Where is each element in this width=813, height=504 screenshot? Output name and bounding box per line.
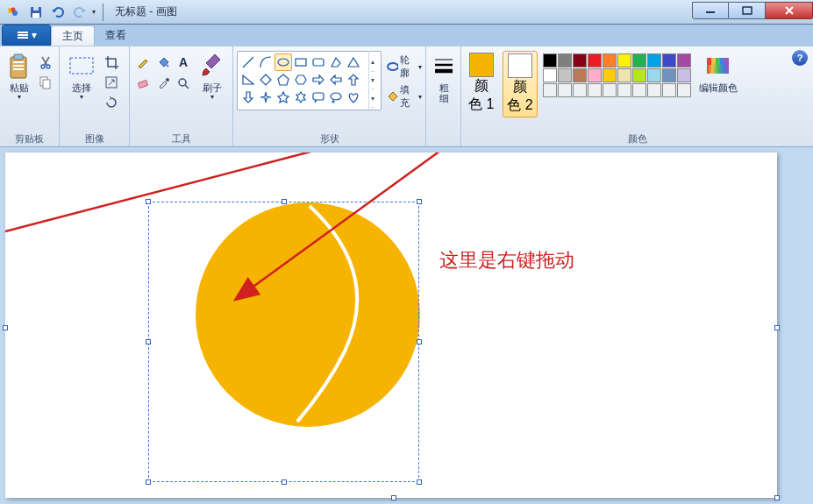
color-swatch[interactable] xyxy=(632,83,646,97)
scroll-down-icon[interactable]: ▾ xyxy=(371,72,374,90)
color2-button[interactable]: 颜 色 2 xyxy=(503,51,537,117)
shape-rect[interactable] xyxy=(292,53,310,71)
color-swatch[interactable] xyxy=(558,83,572,97)
shape-diamond[interactable] xyxy=(257,71,275,89)
cut-icon[interactable] xyxy=(36,53,55,72)
magnifier-icon[interactable] xyxy=(174,74,193,93)
canvas[interactable]: G system.c 这里是右键拖动 xyxy=(5,153,777,498)
scroll-up-icon[interactable]: ▴ xyxy=(371,53,374,72)
color-swatch[interactable] xyxy=(677,53,691,67)
sel-handle[interactable] xyxy=(146,199,151,204)
sel-handle[interactable] xyxy=(282,479,287,485)
pencil-icon[interactable] xyxy=(133,53,153,72)
canvas-handle-e[interactable] xyxy=(774,325,780,330)
edit-colors-button[interactable]: 编辑颜色 xyxy=(696,51,740,95)
color-swatch[interactable] xyxy=(662,83,676,97)
selection-rectangle[interactable] xyxy=(148,202,419,482)
color-swatch[interactable] xyxy=(543,53,557,67)
shape-arrow-l[interactable] xyxy=(327,71,345,89)
shape-arrow-u[interactable] xyxy=(345,71,362,89)
crop-icon[interactable] xyxy=(102,53,121,72)
color-swatch[interactable] xyxy=(617,53,631,67)
shape-star6[interactable] xyxy=(292,89,310,106)
color1-button[interactable]: 颜 色 1 xyxy=(465,51,497,116)
color-swatch[interactable] xyxy=(677,83,691,97)
rotate-icon[interactable] xyxy=(102,93,121,112)
shape-star4[interactable] xyxy=(257,89,275,106)
resize-icon[interactable] xyxy=(102,73,121,92)
gallery-scrollbar[interactable]: ▴ ▾ ▾ xyxy=(368,51,382,110)
color-swatch[interactable] xyxy=(632,53,646,67)
fill-icon[interactable] xyxy=(153,53,173,72)
brush-button[interactable]: 刷子 ▾ xyxy=(195,51,229,103)
shape-triangle[interactable] xyxy=(345,53,362,71)
shape-heart[interactable] xyxy=(345,89,362,106)
help-icon[interactable]: ? xyxy=(792,50,808,66)
canvas-handle-s[interactable] xyxy=(391,495,396,500)
canvas-handle-w[interactable] xyxy=(3,325,8,330)
color-swatch[interactable] xyxy=(543,83,557,97)
color-swatch[interactable] xyxy=(662,53,676,67)
shape-roundrect[interactable] xyxy=(310,53,327,71)
sel-handle[interactable] xyxy=(417,199,422,204)
color-swatch[interactable] xyxy=(617,83,631,97)
select-button[interactable]: 选择 ▾ xyxy=(63,51,100,103)
eraser-icon[interactable] xyxy=(133,74,153,93)
minimize-button[interactable] xyxy=(692,2,729,19)
color-swatch[interactable] xyxy=(588,68,602,82)
sel-handle[interactable] xyxy=(282,199,287,204)
color-swatch[interactable] xyxy=(662,68,676,82)
close-button[interactable] xyxy=(766,2,813,19)
save-icon[interactable] xyxy=(26,3,46,22)
color-swatch[interactable] xyxy=(603,68,617,82)
copy-icon[interactable] xyxy=(36,73,55,92)
tab-view[interactable]: 查看 xyxy=(95,25,137,46)
sel-handle[interactable] xyxy=(146,479,151,485)
qat-dropdown-icon[interactable]: ▾ xyxy=(92,8,96,16)
shape-callout1[interactable] xyxy=(310,89,327,106)
shape-arrow-d[interactable] xyxy=(239,89,257,106)
canvas-handle-se[interactable] xyxy=(774,495,780,500)
shape-callout2[interactable] xyxy=(327,89,345,106)
color-swatch[interactable] xyxy=(588,53,602,67)
shape-rtriangle[interactable] xyxy=(239,71,257,89)
shapes-gallery[interactable] xyxy=(237,51,368,110)
shape-hexagon[interactable] xyxy=(292,71,310,89)
shape-ellipse[interactable] xyxy=(275,53,292,71)
color-swatch[interactable] xyxy=(543,68,557,82)
color-swatch[interactable] xyxy=(677,68,691,82)
shape-pentagon[interactable] xyxy=(275,71,292,89)
color-swatch[interactable] xyxy=(573,68,587,82)
scroll-more-icon[interactable]: ▾ xyxy=(371,89,374,108)
color-swatch[interactable] xyxy=(617,68,631,82)
sel-handle[interactable] xyxy=(417,479,422,485)
outline-button[interactable]: 轮廓▾ xyxy=(386,53,422,80)
shape-curve[interactable] xyxy=(257,53,275,71)
tab-home[interactable]: 主页 xyxy=(51,25,95,46)
shape-star5[interactable] xyxy=(275,89,292,106)
fill-button[interactable]: 填充▾ xyxy=(386,83,422,110)
paste-button[interactable]: 粘贴 ▾ xyxy=(4,51,34,103)
size-button[interactable]: 粗 细 xyxy=(430,51,458,105)
color-swatch[interactable] xyxy=(558,68,572,82)
color-swatch[interactable] xyxy=(603,53,617,67)
sel-handle[interactable] xyxy=(417,339,422,344)
color-swatch[interactable] xyxy=(632,68,646,82)
color-swatch[interactable] xyxy=(647,83,661,97)
file-menu-button[interactable]: ▾ xyxy=(2,25,51,46)
sel-handle[interactable] xyxy=(146,339,151,344)
maximize-button[interactable] xyxy=(729,2,766,19)
color-swatch[interactable] xyxy=(647,53,661,67)
color-swatch[interactable] xyxy=(603,83,617,97)
picker-icon[interactable] xyxy=(153,74,173,93)
text-icon[interactable]: A xyxy=(174,53,193,72)
redo-icon[interactable] xyxy=(70,3,89,22)
shape-line[interactable] xyxy=(239,53,257,71)
color-swatch[interactable] xyxy=(588,83,602,97)
color-swatch[interactable] xyxy=(573,53,587,67)
undo-icon[interactable] xyxy=(48,3,68,22)
color-swatch[interactable] xyxy=(558,53,572,67)
color-swatch[interactable] xyxy=(573,83,587,97)
shape-arrow-r[interactable] xyxy=(310,71,327,89)
color-swatch[interactable] xyxy=(647,68,661,82)
